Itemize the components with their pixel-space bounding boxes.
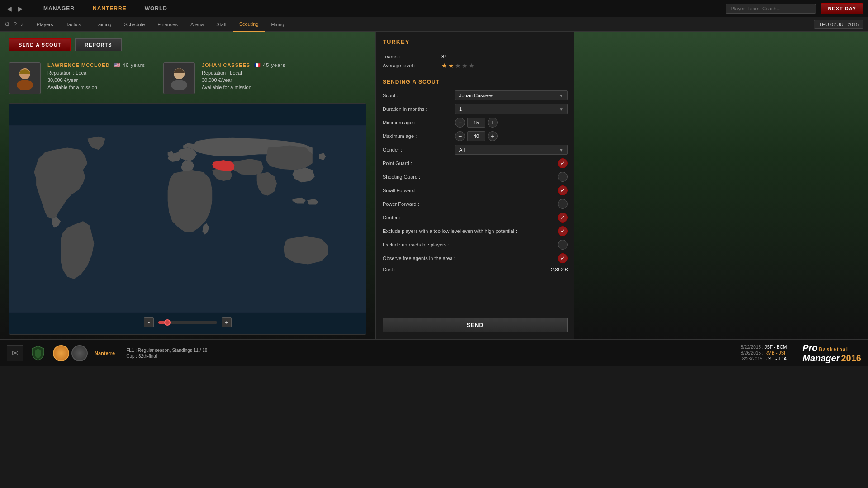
- option-label-2: Observe free agents in the area :: [383, 256, 455, 261]
- scout-reputation-2: Reputation : Local: [202, 70, 285, 76]
- nav-arrows: ◀ ▶: [5, 4, 25, 13]
- position-checkbox-1[interactable]: [558, 172, 568, 182]
- match-teams-1: JSF - BCM: [764, 345, 787, 350]
- max-age-value: 40: [467, 131, 485, 141]
- map-controls: - +: [144, 317, 232, 327]
- gender-label: Gender :: [383, 147, 455, 152]
- star-3: ★: [455, 62, 461, 69]
- max-age-decrease[interactable]: −: [455, 131, 465, 141]
- tab-finances[interactable]: Finances: [151, 17, 184, 32]
- scout-salary-2: 30,000 €/year: [202, 77, 285, 83]
- max-age-label: Maximum age :: [383, 133, 455, 139]
- nav-tab-world[interactable]: WORLD: [136, 0, 176, 17]
- league-info: FL1 : Regular season, Standings 11 / 18: [126, 348, 207, 353]
- tab-schedule[interactable]: Schedule: [118, 17, 151, 32]
- scout-card-1: LAWRENCE MCCLOED 🇺🇸 46 years Reputation …: [9, 62, 145, 94]
- option-row-2: Observe free agents in the area : ✓: [383, 253, 568, 263]
- min-age-decrease[interactable]: −: [455, 118, 465, 128]
- min-age-control: − 15 +: [455, 118, 568, 128]
- tab-scouting[interactable]: Scouting: [233, 17, 265, 32]
- tab-players[interactable]: Players: [30, 17, 60, 32]
- position-label-1: Shooting Guard :: [383, 174, 420, 180]
- send-button[interactable]: SEND: [383, 318, 568, 332]
- max-age-increase[interactable]: +: [488, 131, 498, 141]
- duration-select-box[interactable]: 1 ▼: [455, 104, 568, 114]
- country-name: TURKEY: [383, 38, 568, 49]
- position-checkbox-4[interactable]: ✓: [558, 213, 568, 223]
- position-checkbox-3[interactable]: [558, 199, 568, 209]
- mail-icon[interactable]: ✉: [7, 345, 23, 361]
- star-5: ★: [469, 62, 474, 69]
- option-label-1: Exclude unreachable players :: [383, 242, 449, 247]
- nav-tab-nanterre[interactable]: NANTERRE: [84, 0, 136, 17]
- duration-row: Duration in months : 1 ▼: [383, 104, 568, 114]
- search-input[interactable]: [726, 4, 816, 14]
- scout-select-value: Johan Cassees: [459, 93, 493, 98]
- position-label-3: Power Forward :: [383, 201, 419, 207]
- position-row-1: Shooting Guard :: [383, 172, 568, 182]
- country-stars: ★ ★ ★ ★ ★: [441, 62, 474, 69]
- nav-tab-manager[interactable]: MANAGER: [34, 0, 84, 17]
- tab-staff[interactable]: Staff: [210, 17, 232, 32]
- sub-nav-tabs: Players Tactics Training Schedule Financ…: [30, 17, 291, 32]
- forward-arrow[interactable]: ▶: [16, 4, 25, 13]
- logo-manager: Manager: [802, 353, 840, 364]
- date-display: THU 02 JUL 2015: [814, 20, 863, 29]
- gear-icon[interactable]: ⚙: [5, 21, 10, 28]
- logo-pro: Pro: [802, 343, 817, 353]
- map-slider[interactable]: [158, 321, 217, 324]
- gender-select-box[interactable]: All ▼: [455, 145, 568, 155]
- country-teams-stat: Teams : 84: [383, 54, 568, 59]
- option-checkbox-0[interactable]: ✓: [558, 226, 568, 236]
- tab-hiring[interactable]: Hiring: [265, 17, 291, 32]
- tab-tactics[interactable]: Tactics: [59, 17, 87, 32]
- option-checkbox-1[interactable]: [558, 240, 568, 250]
- scout-status-2: Available for a mission: [202, 85, 285, 90]
- map-zoom-in[interactable]: +: [222, 317, 232, 327]
- scout-card-2: JOHAN CASSEES 🇫🇷 45 years Reputation : L…: [163, 62, 285, 94]
- min-age-increase[interactable]: +: [488, 118, 498, 128]
- back-arrow[interactable]: ◀: [5, 4, 14, 13]
- option-row-1: Exclude unreachable players :: [383, 240, 568, 250]
- tab-arena[interactable]: Arena: [184, 17, 210, 32]
- options-container: Exclude players with a too low level eve…: [383, 226, 568, 267]
- tab-training[interactable]: Training: [87, 17, 118, 32]
- reports-button[interactable]: REPORTS: [75, 38, 121, 51]
- world-map[interactable]: - +: [9, 103, 366, 335]
- music-icon[interactable]: ♪: [20, 21, 24, 28]
- next-day-button[interactable]: NEXT DAY: [821, 3, 863, 14]
- scout-reputation-1: Reputation : Local: [47, 70, 145, 76]
- duration-selector[interactable]: 1 ▼: [455, 104, 568, 114]
- position-label-4: Center :: [383, 215, 400, 220]
- min-age-row: Minimum age : − 15 +: [383, 118, 568, 128]
- scout-select-box[interactable]: Johan Cassees ▼: [455, 90, 568, 100]
- map-zoom-out[interactable]: -: [144, 317, 154, 327]
- avg-level-label: Average level :: [383, 63, 441, 68]
- scout-age-2: 45 years: [263, 62, 285, 68]
- gender-select-value: All: [459, 147, 465, 152]
- logo-basketball: Basketball: [819, 347, 851, 352]
- position-checkbox-0[interactable]: ✓: [558, 158, 568, 168]
- question-icon[interactable]: ?: [14, 21, 17, 28]
- game-logo: Pro Basketball Manager 2016: [802, 343, 861, 364]
- gender-selector[interactable]: All ▼: [455, 145, 568, 155]
- position-checkbox-2[interactable]: ✓: [558, 185, 568, 195]
- team-icons: [53, 345, 88, 361]
- send-scout-button[interactable]: SEND A SCOUT: [9, 38, 71, 51]
- cost-row: Cost : 2,892 €: [383, 267, 568, 272]
- match-date-3: 8/28/2015 :: [742, 356, 765, 361]
- scout-info-2: JOHAN CASSEES 🇫🇷 45 years Reputation : L…: [202, 62, 285, 94]
- min-age-label: Minimum age :: [383, 120, 455, 125]
- max-age-control: − 40 +: [455, 131, 568, 141]
- scout-age-1: 46 years: [123, 62, 145, 68]
- scout-selector[interactable]: Johan Cassees ▼: [455, 90, 568, 100]
- scout-name-1: LAWRENCE MCCLOED 🇺🇸 46 years: [47, 62, 145, 68]
- scouts-row: LAWRENCE MCCLOED 🇺🇸 46 years Reputation …: [0, 58, 375, 99]
- option-row-0: Exclude players with a too low level eve…: [383, 226, 568, 236]
- star-2: ★: [448, 62, 454, 69]
- scout-avatar-1: [9, 62, 41, 94]
- option-checkbox-2[interactable]: ✓: [558, 253, 568, 263]
- svg-point-1: [17, 80, 33, 90]
- gender-row: Gender : All ▼: [383, 145, 568, 155]
- scout-flag-1: 🇺🇸: [114, 62, 121, 68]
